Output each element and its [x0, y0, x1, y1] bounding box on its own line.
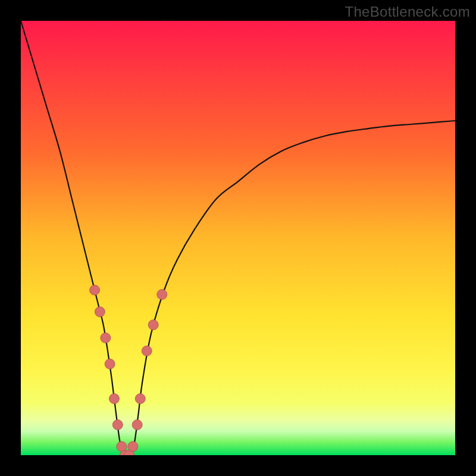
data-markers	[90, 285, 167, 455]
data-marker	[148, 320, 158, 330]
chart-svg	[21, 21, 455, 455]
data-marker	[135, 394, 145, 404]
data-marker	[124, 450, 134, 456]
data-marker	[109, 394, 119, 404]
data-marker	[157, 289, 167, 299]
bottleneck-curve	[21, 21, 455, 455]
data-marker	[142, 346, 152, 356]
data-marker	[132, 419, 142, 430]
data-marker	[95, 307, 105, 317]
data-marker	[101, 333, 111, 343]
data-marker	[128, 441, 138, 452]
data-marker	[90, 285, 100, 295]
data-marker	[120, 450, 130, 456]
data-marker	[105, 359, 115, 369]
site-watermark: TheBottleneck.com	[345, 4, 470, 20]
plot-area	[21, 21, 455, 455]
data-marker	[117, 441, 127, 452]
data-marker	[112, 419, 123, 430]
chart-frame: TheBottleneck.com	[0, 0, 476, 476]
